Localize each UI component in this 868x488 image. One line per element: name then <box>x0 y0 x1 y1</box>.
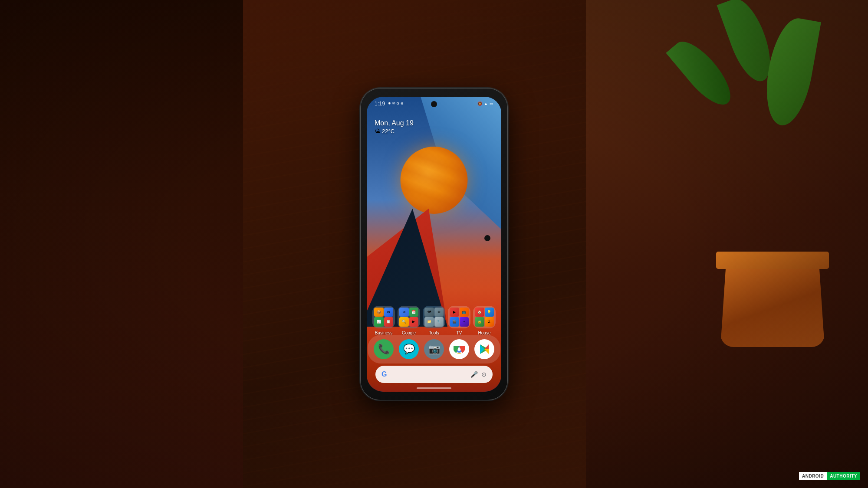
house-sub-icon-4: Z <box>485 317 494 327</box>
app-folder-tools[interactable]: 🗺 ⚙ 📁 🔧 Tools <box>423 306 445 335</box>
app-folder-tv[interactable]: ▶ 📺 🎬 + TV <box>448 306 470 335</box>
dock-chrome-app[interactable] <box>449 339 469 359</box>
plant-decoration <box>608 0 868 390</box>
camera-notch <box>431 101 437 107</box>
mute-icon: 🔕 <box>477 102 482 106</box>
tv-sub-icon-2: 📺 <box>460 308 469 317</box>
google-g-logo: G <box>381 370 387 378</box>
app-folder-google[interactable]: 🗂 📅 🔍 ▶ Google <box>398 306 420 335</box>
tools-sub-icon-3: 📁 <box>424 317 434 327</box>
watermark-authority-text: AUTHORITY <box>827 472 860 480</box>
tv-sub-icon-3: 🎬 <box>450 317 459 327</box>
weather-icon: 🌤 <box>375 128 380 134</box>
phone-device: 1:19 ✸ ✉ G ⊕ 🔕 ▲ ▭ Mon, Aug 19 🌤 22°C <box>360 88 508 400</box>
status-right-icons: 🔕 ▲ ▭ <box>477 102 493 106</box>
pot-body <box>720 269 825 347</box>
date-text: Mon, Aug 19 <box>375 119 414 127</box>
dock-phone-app[interactable]: 📞 <box>374 339 394 359</box>
biz-sub-icon-2: ✉ <box>384 308 394 317</box>
house-sub-icon-2: 💡 <box>485 308 494 317</box>
android-authority-watermark: ANDROID AUTHORITY <box>799 472 860 480</box>
house-folder-icon[interactable]: 🏠 💡 🔒 Z <box>473 306 496 328</box>
plant-leaf-3 <box>666 33 739 113</box>
google-search-bar[interactable]: G 🎤 ⊙ <box>375 366 493 383</box>
goo-sub-icon-2: 📅 <box>409 308 419 317</box>
biz-sub-icon-4: 📋 <box>384 317 394 327</box>
dock-play-app[interactable] <box>474 339 494 359</box>
dock-camera-app[interactable]: 📷 <box>424 339 444 359</box>
page-indicator-dot <box>484 235 490 241</box>
microphone-icon[interactable]: 🎤 <box>470 371 478 378</box>
table-left-shadow <box>0 0 243 488</box>
plant-leaf-2 <box>760 15 821 129</box>
tv-sub-icon-1: ▶ <box>450 308 459 317</box>
notification-icons: 1:19 ✸ ✉ G ⊕ <box>375 101 404 107</box>
date-weather-widget[interactable]: Mon, Aug 19 🌤 22°C <box>375 119 414 134</box>
app-folders-row: 📦 ✉ 📊 📋 Business 🗂 📅 🔍 ▶ Google <box>367 306 501 335</box>
dock-messages-app[interactable]: 💬 <box>399 339 419 359</box>
biz-sub-icon-3: 📊 <box>374 317 384 327</box>
goo-sub-icon-3: 🔍 <box>399 317 409 327</box>
battery-icon: ▭ <box>490 102 493 106</box>
tools-sub-icon-2: ⚙ <box>434 308 444 317</box>
home-indicator <box>417 387 451 389</box>
biz-sub-icon-1: 📦 <box>374 308 384 317</box>
weather-row: 🌤 22°C <box>375 128 414 134</box>
app-folder-house[interactable]: 🏠 💡 🔒 Z House <box>473 306 496 335</box>
goo-sub-icon-1: 🗂 <box>399 308 409 317</box>
business-folder-icon[interactable]: 📦 ✉ 📊 📋 <box>372 306 395 328</box>
tools-folder-icon[interactable]: 🗺 ⚙ 📁 🔧 <box>423 306 445 328</box>
app-dock: 📞 💬 📷 <box>368 335 500 364</box>
google-folder-icon[interactable]: 🗂 📅 🔍 ▶ <box>398 306 420 328</box>
house-sub-icon-3: 🔒 <box>475 317 484 327</box>
watermark-android-text: ANDROID <box>799 472 827 480</box>
plant-pot <box>712 252 833 347</box>
app-folder-business[interactable]: 📦 ✉ 📊 📋 Business <box>372 306 395 335</box>
goo-sub-icon-4: ▶ <box>409 317 419 327</box>
tools-sub-icon-4: 🔧 <box>434 317 444 327</box>
lens-icon[interactable]: ⊙ <box>481 371 487 378</box>
temperature-text: 22°C <box>382 128 395 134</box>
house-sub-icon-1: 🏠 <box>475 308 484 317</box>
tv-sub-icon-4: + <box>460 317 469 327</box>
tv-folder-icon[interactable]: ▶ 📺 🎬 + <box>448 306 470 328</box>
tools-sub-icon-1: 🗺 <box>424 308 434 317</box>
pot-rim <box>716 252 829 269</box>
phone-screen: 1:19 ✸ ✉ G ⊕ 🔕 ▲ ▭ Mon, Aug 19 🌤 22°C <box>367 97 501 392</box>
sun-graphic <box>401 147 468 214</box>
status-time: 1:19 <box>375 101 385 107</box>
status-bar: 1:19 ✸ ✉ G ⊕ 🔕 ▲ ▭ <box>367 97 501 111</box>
signal-icon: ✸ <box>388 102 391 105</box>
location-icon: ⊕ <box>401 102 404 105</box>
bluetooth-icon: ✉ <box>392 102 395 105</box>
gmail-icon: G <box>397 102 399 105</box>
wifi-icon: ▲ <box>484 102 488 106</box>
